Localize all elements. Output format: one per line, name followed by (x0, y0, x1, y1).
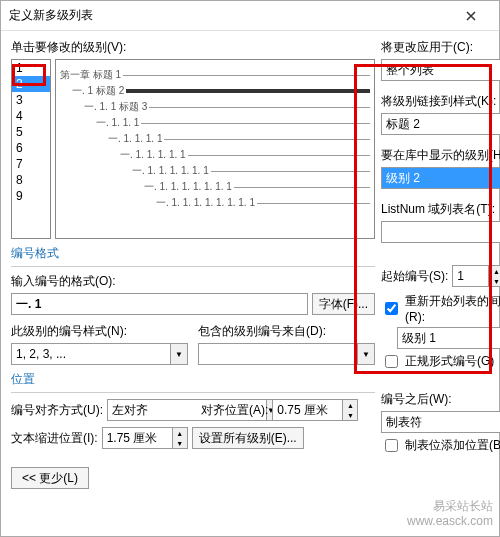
start-spinner[interactable]: ▲▼ (452, 265, 500, 287)
align-at-value[interactable] (272, 399, 342, 421)
modify-level-label: 单击要修改的级别(V): (11, 39, 375, 56)
include-label: 包含的级别编号来自(D): (198, 323, 375, 340)
restart-value[interactable] (397, 327, 500, 349)
spin-down-icon[interactable]: ▼ (173, 438, 187, 448)
spin-up-icon[interactable]: ▲ (173, 428, 187, 438)
preview-line (123, 75, 370, 76)
preview-label: 一. 1. 1 标题 3 (84, 100, 147, 114)
numfmt-label: 输入编号的格式(O): (11, 273, 375, 290)
preview-label: 一. 1. 1. 1. 1. 1. 1. 1 (144, 180, 232, 194)
setall-button[interactable]: 设置所有级别(E)... (192, 427, 304, 449)
link-value[interactable] (381, 113, 500, 135)
numstyle-label: 此级别的编号样式(N): (11, 323, 188, 340)
level-listbox[interactable]: 123456789 (11, 59, 51, 239)
spin-down-icon[interactable]: ▼ (489, 276, 500, 286)
apply-combo[interactable]: ▼ (381, 59, 500, 81)
follow-value[interactable] (381, 411, 500, 433)
level-item[interactable]: 3 (12, 92, 50, 108)
legal-label: 正规形式编号(G) (405, 353, 494, 370)
close-icon (466, 11, 476, 21)
tabstop-label: 制表位添加位置(B): (405, 437, 500, 454)
include-combo[interactable]: ▼ (198, 343, 375, 365)
preview-line (126, 89, 370, 93)
preview-line (164, 139, 370, 140)
preview-line (188, 155, 370, 156)
level-item[interactable]: 7 (12, 156, 50, 172)
font-button[interactable]: 字体(F)... (312, 293, 375, 315)
level-item[interactable]: 1 (12, 60, 50, 76)
chevron-down-icon[interactable]: ▼ (357, 343, 375, 365)
numfmt-section: 编号格式 (11, 245, 375, 262)
level-item[interactable]: 8 (12, 172, 50, 188)
preview-label: 一. 1. 1. 1. 1. 1. 1 (132, 164, 209, 178)
pos-section: 位置 (11, 371, 375, 388)
spin-up-icon[interactable]: ▲ (489, 266, 500, 276)
preview-label: 一. 1. 1. 1 (96, 116, 139, 130)
start-label: 起始编号(S): (381, 268, 448, 285)
start-value[interactable] (452, 265, 488, 287)
level-item[interactable]: 2 (12, 76, 50, 92)
less-button[interactable]: << 更少(L) (11, 467, 89, 489)
preview-pane: 第一章 标题 1一. 1 标题 2一. 1. 1 标题 3一. 1. 1. 1一… (55, 59, 375, 239)
apply-label: 将更改应用于(C): (381, 39, 500, 56)
listnum-input[interactable] (381, 221, 500, 243)
preview-label: 一. 1. 1. 1. 1 (108, 132, 162, 146)
level-item[interactable]: 4 (12, 108, 50, 124)
watermark: 易采站长站 www.easck.com (407, 499, 493, 530)
gallery-value[interactable] (381, 167, 500, 189)
preview-label: 一. 1. 1. 1. 1. 1. 1. 1. 1 (156, 196, 255, 210)
indent-spinner[interactable]: ▲▼ (102, 427, 188, 449)
spin-down-icon[interactable]: ▼ (343, 410, 357, 420)
restart-label: 重新开始列表的间隔(R): (405, 293, 500, 324)
spin-up-icon[interactable]: ▲ (343, 400, 357, 410)
numstyle-combo[interactable]: ▼ (11, 343, 188, 365)
gallery-label: 要在库中显示的级别(H): (381, 147, 500, 164)
level-item[interactable]: 5 (12, 124, 50, 140)
preview-line (149, 107, 370, 108)
preview-line (257, 203, 370, 204)
numstyle-value[interactable] (11, 343, 170, 365)
preview-label: 一. 1 标题 2 (72, 84, 124, 98)
restart-checkbox[interactable] (385, 302, 398, 315)
indent-label: 文本缩进位置(I): (11, 430, 98, 447)
preview-line (234, 187, 370, 188)
level-item[interactable]: 9 (12, 188, 50, 204)
chevron-down-icon[interactable]: ▼ (170, 343, 188, 365)
align-label: 编号对齐方式(U): (11, 402, 103, 419)
restart-combo[interactable]: ▼ (397, 327, 500, 349)
link-label: 将级别链接到样式(K): (381, 93, 500, 110)
legal-checkbox[interactable] (385, 355, 398, 368)
align-combo[interactable]: ▼ (107, 399, 197, 421)
preview-label: 第一章 标题 1 (60, 68, 121, 82)
preview-label: 一. 1. 1. 1. 1. 1 (120, 148, 186, 162)
align-at-label: 对齐位置(A): (201, 402, 268, 419)
align-at-spinner[interactable]: ▲▼ (272, 399, 358, 421)
preview-line (141, 123, 370, 124)
listnum-label: ListNum 域列表名(T): (381, 201, 500, 218)
link-combo[interactable]: ▼ (381, 113, 500, 135)
preview-line (211, 171, 370, 172)
numfmt-input[interactable] (11, 293, 308, 315)
include-value[interactable] (198, 343, 357, 365)
tabstop-checkbox[interactable] (385, 439, 398, 452)
indent-value[interactable] (102, 427, 172, 449)
dialog-title: 定义新多级列表 (9, 7, 451, 24)
follow-combo[interactable]: ▼ (381, 411, 500, 433)
follow-label: 编号之后(W): (381, 391, 500, 408)
close-button[interactable] (451, 2, 491, 30)
gallery-combo[interactable]: ▼ (381, 167, 500, 189)
level-item[interactable]: 6 (12, 140, 50, 156)
apply-value[interactable] (381, 59, 500, 81)
